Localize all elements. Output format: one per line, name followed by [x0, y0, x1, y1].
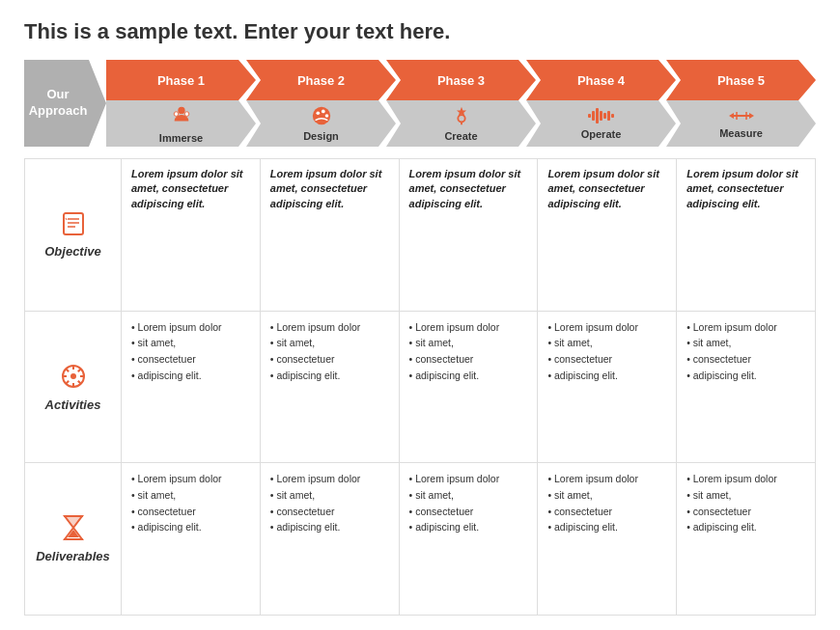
svg-line-34 — [66, 380, 69, 383]
svg-point-6 — [324, 114, 328, 118]
svg-rect-13 — [603, 113, 606, 119]
deliverables-label: Deliverables — [36, 549, 110, 563]
activities-cell-3: Lorem ipsum dolor sit amet, consectetuer… — [400, 312, 539, 463]
list-item: sit amet, — [686, 335, 805, 351]
list-item: sit amet, — [131, 487, 250, 504]
phase-3-label: Phase 3 — [437, 73, 485, 88]
phase-2-icon — [311, 105, 332, 128]
phase-4-label: Phase 4 — [577, 73, 625, 88]
svg-point-5 — [322, 110, 325, 114]
phase-4-sublabel: Operate — [581, 128, 622, 140]
phase-2-sublabel: Design — [303, 130, 339, 142]
phase-3-sublabel: Create — [444, 130, 477, 142]
list-item: consectetuer — [686, 504, 805, 520]
list-item: adipiscing elit. — [409, 519, 528, 535]
svg-line-33 — [77, 369, 80, 371]
list-item: adipiscing elit. — [409, 368, 528, 384]
list-item: consectetuer — [547, 351, 666, 368]
phase-3-icon — [451, 105, 472, 128]
activities-cell-1: Lorem ipsum dolor sit amet, consectetuer… — [122, 312, 261, 463]
list-item: adipiscing elit. — [131, 519, 250, 535]
list-item: adipiscing elit. — [547, 519, 666, 535]
activities-list-5: Lorem ipsum dolor sit amet, consectetuer… — [686, 319, 805, 384]
deliverables-cell-2: Lorem ipsum dolor sit amet, consectetuer… — [261, 463, 400, 615]
phase-5: Phase 5 Measure — [666, 60, 816, 147]
objective-label: Objective — [44, 244, 101, 259]
activities-cell-2: Lorem ipsum dolor sit amet, consectetuer… — [261, 312, 400, 463]
list-item: Lorem ipsum dolor — [409, 471, 528, 487]
activities-list-1: Lorem ipsum dolor sit amet, consectetuer… — [131, 319, 250, 384]
deliverables-header: Deliverables — [25, 463, 122, 615]
objective-row: Objective Lorem ipsum dolor sit amet, co… — [25, 159, 815, 312]
deliverables-list-5: Lorem ipsum dolor sit amet, consectetuer… — [686, 471, 805, 535]
phase-2-label: Phase 2 — [297, 73, 345, 88]
list-item: adipiscing elit. — [686, 368, 805, 384]
list-item: adipiscing elit. — [686, 519, 805, 535]
list-item: Lorem ipsum dolor — [409, 319, 528, 336]
svg-rect-10 — [592, 111, 595, 121]
svg-point-1 — [174, 111, 179, 116]
list-item: consectetuer — [686, 351, 805, 368]
activities-cell-4: Lorem ipsum dolor sit amet, consectetuer… — [538, 312, 677, 463]
list-item: sit amet, — [409, 335, 528, 351]
list-item: sit amet, — [547, 335, 666, 351]
svg-rect-14 — [607, 111, 610, 121]
list-item: Lorem ipsum dolor — [686, 319, 805, 336]
svg-point-0 — [178, 106, 184, 113]
phase-2: Phase 2 Design — [246, 60, 396, 147]
list-item: Lorem ipsum dolor — [547, 319, 666, 336]
list-item: adipiscing elit. — [547, 368, 666, 384]
svg-point-7 — [458, 115, 464, 122]
deliverables-cell-4: Lorem ipsum dolor sit amet, consectetuer… — [538, 463, 677, 615]
svg-rect-11 — [596, 108, 599, 123]
list-item: consectetuer — [270, 351, 389, 368]
phase-1-sublabel: Immerse — [159, 132, 203, 144]
deliverables-list-4: Lorem ipsum dolor sit amet, consectetuer… — [547, 471, 666, 535]
svg-point-35 — [70, 373, 76, 379]
activities-cell-5: Lorem ipsum dolor sit amet, consectetuer… — [677, 312, 815, 463]
deliverables-cell-5: Lorem ipsum dolor sit amet, consectetuer… — [677, 463, 815, 615]
list-item: consectetuer — [547, 504, 666, 520]
list-item: consectetuer — [270, 504, 389, 520]
svg-point-2 — [184, 111, 189, 116]
deliverables-cell-1: Lorem ipsum dolor sit amet, consectetuer… — [122, 463, 261, 615]
phase-1: Phase 1 Immerse — [106, 60, 256, 147]
activities-label: Activities — [45, 397, 101, 412]
objective-cell-3: Lorem ipsum dolor sit amet, consectetuer… — [400, 159, 539, 311]
list-item: Lorem ipsum dolor — [131, 471, 250, 487]
page-container: This is a sample text. Enter your text h… — [0, 0, 840, 630]
list-item: Lorem ipsum dolor — [270, 319, 389, 336]
list-item: Lorem ipsum dolor — [270, 471, 389, 487]
list-item: sit amet, — [270, 335, 389, 351]
svg-rect-12 — [600, 111, 602, 121]
page-title: This is a sample text. Enter your text h… — [24, 19, 816, 44]
objective-cell-4: Lorem ipsum dolor sit amet, consectetuer… — [538, 159, 677, 311]
list-item: Lorem ipsum dolor — [686, 471, 805, 487]
approach-label: OurApproach — [24, 60, 106, 147]
svg-rect-15 — [611, 114, 614, 118]
activities-header: Activities — [25, 312, 122, 463]
list-item: Lorem ipsum dolor — [131, 319, 250, 336]
svg-point-4 — [316, 111, 320, 115]
deliverables-list-3: Lorem ipsum dolor sit amet, consectetuer… — [409, 471, 528, 535]
list-item: consectetuer — [409, 351, 528, 368]
list-item: consectetuer — [409, 504, 528, 520]
phase-3: Phase 3 Create — [386, 60, 536, 147]
svg-rect-9 — [588, 114, 591, 118]
svg-marker-17 — [729, 113, 734, 119]
list-item: adipiscing elit. — [131, 368, 250, 384]
activities-list-4: Lorem ipsum dolor sit amet, consectetuer… — [547, 319, 666, 384]
deliverables-row: Deliverables Lorem ipsum dolor sit amet,… — [25, 463, 815, 615]
list-item: consectetuer — [131, 504, 250, 520]
objective-header: Objective — [25, 159, 122, 311]
svg-line-32 — [77, 380, 80, 383]
table-section: Objective Lorem ipsum dolor sit amet, co… — [24, 158, 816, 616]
deliverables-list-1: Lorem ipsum dolor sit amet, consectetuer… — [131, 471, 250, 535]
svg-line-25 — [66, 218, 67, 220]
list-item: sit amet, — [686, 487, 805, 504]
activities-icon — [60, 363, 87, 394]
list-item: Lorem ipsum dolor — [547, 471, 666, 487]
activities-list-3: Lorem ipsum dolor sit amet, consectetuer… — [409, 319, 528, 384]
list-item: sit amet, — [131, 335, 250, 351]
phase-1-icon — [171, 104, 192, 130]
